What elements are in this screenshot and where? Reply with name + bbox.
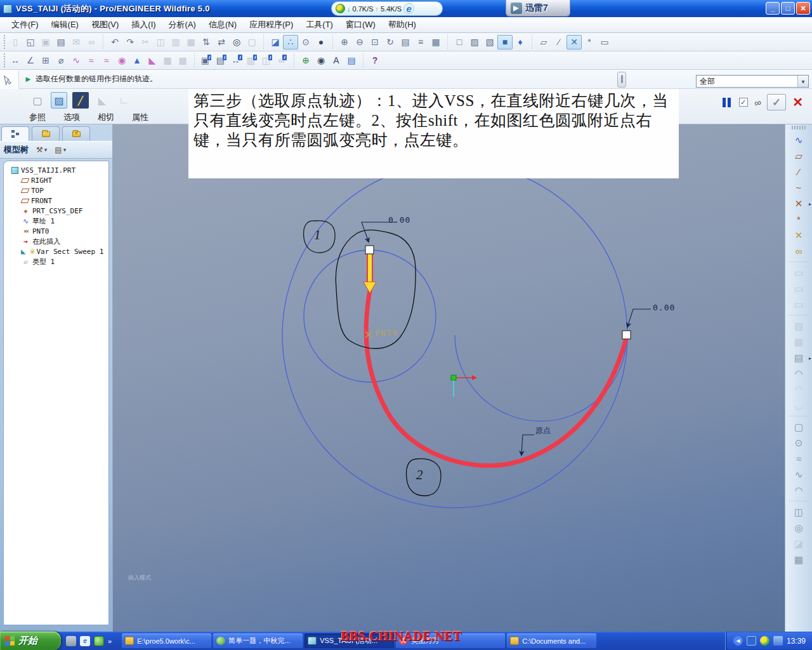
tree-item-type[interactable]: ▱ 类型 1 [4, 256, 108, 267]
feature-info-icon[interactable]: ▣i [199, 53, 214, 68]
tab-references[interactable]: 参照 [25, 110, 49, 124]
screen-note-icon[interactable]: ▤ [344, 53, 359, 68]
tab-properties[interactable]: 属性 [128, 110, 152, 124]
ie-quicklaunch-icon[interactable]: e [80, 636, 90, 646]
extrude-surface-tool-icon[interactable]: ▢ [790, 419, 807, 435]
refit-icon[interactable]: ⊡ [367, 35, 383, 50]
tangent-icon[interactable]: ◣ [94, 92, 110, 109]
cut-icon[interactable]: ✂ [138, 35, 153, 50]
cancel-feature-button[interactable]: ✕ [792, 95, 803, 110]
menu-edit[interactable]: 编辑(E) [45, 17, 85, 32]
swept-blend-tool-icon[interactable]: ∿ [790, 467, 807, 482]
parent-child-info-icon[interactable]: ◫i [259, 53, 275, 68]
context-help-icon[interactable]: ? [367, 53, 383, 68]
tree-item-insert-here[interactable]: → 在此插入 [4, 236, 108, 246]
measure-distance-icon[interactable]: ↔ [8, 53, 23, 68]
trim-tool-icon[interactable]: ◪ [790, 536, 807, 552]
revolve-axis-tool-icon[interactable]: ⊙ [790, 435, 807, 451]
measure-diameter-icon[interactable]: ⌀ [53, 53, 69, 68]
new-file-icon[interactable]: ▯ [8, 35, 23, 50]
tab-model-tree[interactable] [1, 126, 29, 141]
tree-item-part[interactable]: VSS_TAIJI.PRT [4, 165, 108, 175]
rib-tool-icon[interactable]: ▦ [790, 334, 807, 350]
mail-icon[interactable]: ✉ [69, 35, 84, 50]
tree-item-right[interactable]: RIGHT [4, 175, 108, 185]
keyboard-macro-icon[interactable]: A [329, 53, 344, 68]
menu-tools[interactable]: 工具(T) [299, 17, 339, 32]
csys-display-icon[interactable]: * [582, 35, 597, 50]
menu-insert[interactable]: 插入(I) [125, 17, 162, 32]
view-manager-icon[interactable]: ▦ [428, 35, 443, 50]
dimension-info-icon[interactable]: ↔i [229, 53, 244, 68]
draft-check-icon[interactable]: ◣ [145, 53, 160, 68]
device-icon[interactable] [66, 636, 76, 646]
flyout-arrow-icon[interactable]: ▸ [809, 201, 811, 207]
plane-display-icon[interactable]: ▱ [536, 35, 551, 50]
tab-options[interactable]: 选项 [60, 110, 84, 124]
close-button[interactable]: ✕ [796, 2, 810, 15]
tree-item-front[interactable]: FRONT [4, 196, 108, 206]
shaded-view-icon[interactable]: ■ [497, 35, 513, 50]
regenerate-icon[interactable]: ⇅ [199, 35, 214, 50]
zoom-in-icon[interactable]: ⊕ [337, 35, 352, 50]
print-icon[interactable]: ▤ [53, 35, 69, 50]
wireframe-icon[interactable]: □ [452, 35, 467, 50]
boundary-blend-tool-icon[interactable]: ◠ [790, 482, 807, 498]
tree-item-vss[interactable]: ◣ ※ Var Sect Sweep 1 [4, 246, 108, 256]
multi-note-tool-icon[interactable]: ▭ [790, 296, 807, 312]
tree-show-button[interactable]: ▤▾ [55, 145, 66, 154]
select-box-icon[interactable]: ▢ [244, 35, 259, 50]
accept-feature-button[interactable]: ✓ [767, 94, 786, 110]
surface-toggle-icon[interactable]: ▨ [51, 92, 67, 109]
preview-checkbox[interactable]: ✓ [739, 98, 748, 107]
thickness-icon[interactable]: ▦ [175, 53, 190, 68]
section-analysis-icon[interactable]: ▲ [129, 53, 145, 68]
redo-icon[interactable]: ↷ [122, 35, 138, 50]
task-meitu[interactable]: 秀 美图秀秀 [396, 633, 505, 648]
pattern-tool-icon[interactable]: ▦ [790, 552, 807, 567]
menu-info[interactable]: 信息(N) [202, 17, 243, 32]
tree-settings-button[interactable]: ⚒▾ [36, 145, 47, 154]
corner-icon[interactable]: ∟ [115, 92, 132, 109]
reference-info-icon[interactable]: ▥i [244, 53, 259, 68]
tree-item-csys[interactable]: ✶ PRT_CSYS_DEF [4, 206, 108, 216]
dimension-value-right[interactable]: 0.00 [653, 303, 675, 312]
chevron-more-icon[interactable]: » [108, 637, 112, 645]
paste-icon[interactable]: ▥ [168, 35, 183, 50]
tree-item-point[interactable]: ✕✕ PNT0 [4, 226, 108, 236]
open-icon[interactable]: ◱ [23, 35, 38, 50]
variable-section-sweep-tool-icon[interactable]: ≈ [790, 451, 807, 467]
tab-favorites[interactable] [62, 126, 90, 141]
task-explorer-c[interactable]: C:\Documents and... [507, 633, 596, 648]
search-tool-icon[interactable]: ⊙ [298, 35, 313, 50]
menu-window[interactable]: 窗口(W) [339, 17, 382, 32]
annotation-display-icon[interactable]: ▭ [597, 35, 612, 50]
sketch-edit-icon[interactable]: ╱ [72, 92, 89, 109]
sweep-tool-icon[interactable]: ◠ [790, 381, 807, 397]
revolve-tool-icon[interactable]: ◠ [790, 366, 807, 381]
shaded-sphere-icon[interactable]: ● [313, 35, 329, 50]
browser-globe-icon[interactable]: ⊕ [298, 53, 313, 68]
hidden-line-icon[interactable]: ▨ [467, 35, 482, 50]
ie-icon[interactable]: e [403, 3, 414, 14]
field-point-tool-icon[interactable]: ✕ [790, 227, 807, 243]
tab-folder-browser[interactable] [32, 126, 60, 141]
declination-icon[interactable]: ▩ [160, 53, 175, 68]
start-button[interactable]: 开始 [0, 632, 61, 650]
extrude-tool-icon[interactable]: ▤▸ [790, 350, 807, 366]
task-chat[interactable]: 简单一题，中秋完... [213, 633, 303, 648]
tab-tangency[interactable]: 相切 [94, 110, 118, 124]
flyout-arrow-icon[interactable]: ▸ [809, 355, 811, 361]
axis-display-icon[interactable]: ∕ [551, 35, 566, 50]
xunlei-speed-widget[interactable]: ↓ 0.7K/S ↑ 5.4K/S e [331, 1, 443, 16]
solid-toggle-icon[interactable]: ▢ [29, 92, 46, 109]
tray-chevron-icon[interactable]: ◀ [733, 636, 743, 646]
copy-icon[interactable]: ◫ [153, 35, 168, 50]
sketcher-display-icon[interactable]: ◪ [268, 35, 283, 50]
tree-item-top[interactable]: TOP [4, 185, 108, 196]
ime-tray-icon[interactable] [747, 636, 756, 646]
zoom-out-icon[interactable]: ⊖ [352, 35, 367, 50]
menu-analysis[interactable]: 分析(A) [162, 17, 202, 32]
reorient-icon[interactable]: ↻ [383, 35, 398, 50]
draft-tool-icon[interactable]: ▨ [790, 318, 807, 334]
